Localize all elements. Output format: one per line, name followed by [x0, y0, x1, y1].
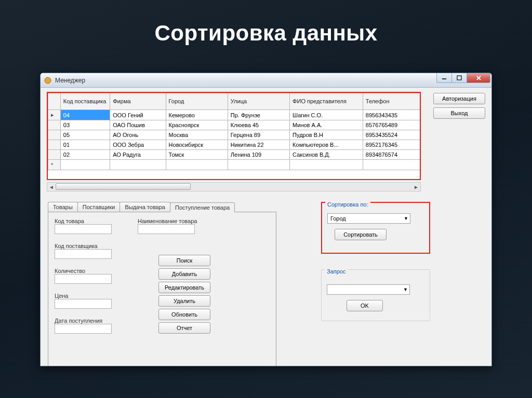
- input-name[interactable]: [138, 224, 195, 234]
- label-supplier: Код поставщика: [55, 241, 127, 249]
- tab-0[interactable]: Товары: [48, 202, 78, 212]
- column-header[interactable]: Фирма: [110, 93, 166, 110]
- svg-rect-2: [457, 76, 461, 80]
- report-button[interactable]: Отчет: [158, 322, 210, 334]
- new-row[interactable]: [48, 160, 421, 170]
- search-button[interactable]: Поиск: [158, 255, 210, 266]
- app-window: Менеджер ✕ Код поставщикаФирмаГородУлица…: [40, 73, 492, 366]
- table-row[interactable]: 05АО ОгоньМоскваГерцена 89Пудров В.Н8953…: [48, 130, 421, 140]
- input-price[interactable]: [55, 299, 112, 309]
- column-header[interactable]: Код поставщика: [60, 93, 110, 110]
- sort-field-value: Город: [330, 215, 346, 222]
- titlebar: Менеджер ✕: [41, 73, 491, 88]
- query-group: Запрос ▼ OK: [321, 269, 430, 321]
- scroll-right-icon[interactable]: ►: [412, 184, 420, 190]
- input-supplier[interactable]: [55, 249, 112, 259]
- scroll-thumb[interactable]: [56, 183, 191, 190]
- tabbar: ТоварыПоставщикиВыдача товараПоступление…: [48, 202, 276, 212]
- column-header[interactable]: Город: [166, 93, 228, 110]
- label-code: Код товара: [55, 216, 127, 224]
- exit-button[interactable]: Выход: [433, 107, 485, 119]
- close-button[interactable]: ✕: [467, 73, 490, 83]
- delete-button[interactable]: Удалить: [158, 295, 210, 307]
- auth-button[interactable]: Авторизация: [433, 93, 485, 104]
- minimize-button[interactable]: [436, 73, 452, 83]
- input-code[interactable]: [55, 224, 112, 234]
- tab-1[interactable]: Поставщики: [77, 202, 121, 212]
- sort-field-combo[interactable]: Город ▼: [327, 213, 410, 224]
- refresh-button[interactable]: Обновить: [158, 309, 210, 320]
- input-date[interactable]: [55, 324, 112, 334]
- tab-2[interactable]: Выдача товара: [119, 202, 170, 212]
- sort-button[interactable]: Сортировать: [335, 229, 387, 240]
- maximize-button[interactable]: [451, 73, 467, 83]
- input-qty[interactable]: [55, 274, 112, 284]
- label-price: Цена: [55, 291, 127, 299]
- column-header[interactable]: Улица: [228, 93, 289, 110]
- chevron-down-icon: ▼: [404, 216, 408, 221]
- tab-panel: Код товара Код поставщика Количество Цен…: [48, 212, 276, 366]
- query-combo[interactable]: ▼: [327, 284, 410, 295]
- add-button[interactable]: Добавить: [158, 268, 210, 280]
- column-header[interactable]: ФИО представителя: [290, 93, 363, 110]
- column-header[interactable]: Телефон: [363, 93, 421, 110]
- svg-point-0: [45, 77, 51, 84]
- sort-group-label: Сортировка по:: [325, 201, 370, 208]
- table-row[interactable]: 02АО РадугаТомскЛенина 109Саксинов В.Д.8…: [48, 150, 421, 160]
- label-name: Наименование товара: [138, 216, 231, 224]
- tab-3[interactable]: Поступление товара: [170, 202, 235, 212]
- label-date: Дата поступления: [55, 316, 127, 324]
- query-ok-button[interactable]: OK: [347, 300, 383, 311]
- scroll-left-icon[interactable]: ◄: [47, 184, 56, 190]
- horizontal-scrollbar[interactable]: ◄ ►: [47, 182, 421, 191]
- table-row[interactable]: ▸04ООО ГенийКемеровоПр. ФрунзеШагин С.О.…: [48, 110, 421, 120]
- app-icon: [44, 76, 52, 85]
- suppliers-grid[interactable]: Код поставщикаФирмаГородУлицаФИО предста…: [47, 92, 421, 180]
- svg-rect-1: [442, 78, 446, 79]
- sort-group: Сортировка по: Город ▼ Сортировать: [321, 202, 430, 254]
- window-title: Менеджер: [55, 77, 85, 84]
- label-qty: Количество: [55, 266, 127, 274]
- slide-title: Сортировка данных: [0, 0, 532, 46]
- query-group-label: Запрос: [325, 268, 348, 275]
- edit-button[interactable]: Редактировать: [158, 282, 210, 293]
- table-row[interactable]: 03ОАО ПошивКрасноярскКлюева 45Минов А.А.…: [48, 120, 421, 130]
- chevron-down-icon: ▼: [403, 287, 408, 292]
- table-row[interactable]: 01ООО ЗебраНовосибирскНикитина 22Компьют…: [48, 140, 421, 150]
